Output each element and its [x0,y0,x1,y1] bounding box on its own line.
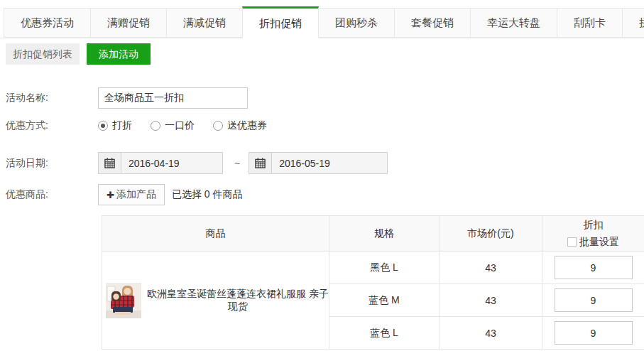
discount-input[interactable] [555,321,633,345]
tab-pintuan-seckill[interactable]: 拼团秒杀 [622,8,644,38]
header-discount: 折扣 批量设置 [542,216,644,252]
header-product: 商品 [102,216,329,252]
discount-promo-list-button[interactable]: 折扣促销列表 [6,43,80,65]
spec-cell: 蓝色 L [329,317,440,350]
radio-unselected-icon[interactable] [213,121,223,131]
tab-discount-promo[interactable]: 折扣促销 [242,6,319,38]
batch-set-label: 批量设置 [579,236,619,247]
discount-cell [542,284,644,317]
activity-name-row: 活动名称: [0,87,644,109]
discount-type-options: 打折 一口价 送优惠券 [98,119,285,132]
tab-group-seckill[interactable]: 团购秒杀 [318,8,395,38]
plus-icon: ✚ [107,190,114,200]
batch-set-checkbox[interactable] [567,237,577,247]
radio-option-label: 一口价 [165,119,195,132]
discount-type-label: 优惠方式: [0,119,98,132]
add-activity-form: 活动名称: 优惠方式: 打折 一口价 送优惠券 活动日期 [0,87,644,205]
activity-date-row: 活动日期: 2016-04-19 [0,152,644,174]
product-image [106,283,141,318]
promo-products-label: 优惠商品: [0,188,98,201]
radio-option-label: 打折 [112,119,132,132]
radio-option-songyouhuiquan[interactable]: 送优惠券 [213,119,267,132]
price-cell: 43 [440,284,542,317]
price-cell: 43 [440,317,542,350]
activity-date-label: 活动日期: [0,157,98,170]
table-row: 欧洲皇室圣诞蕾丝蓬蓬连衣裙礼服服 亲子现货 黑色 L 43 [102,252,644,284]
promotion-tabbar: 优惠券活动 满赠促销 满减促销 折扣促销 团购秒杀 套餐促销 幸运大转盘 刮刮卡… [0,0,644,38]
table-header-row: 商品 规格 市场价(元) 折扣 批量设置 [102,216,644,252]
add-product-button[interactable]: ✚ 添加产品 [98,184,165,205]
end-date-picker[interactable]: 2016-05-19 [249,152,388,174]
radio-selected-icon[interactable] [98,121,108,131]
batch-set-wrap: 批量设置 [542,234,644,251]
activity-name-input[interactable] [98,87,248,109]
selected-count-text: 已选择 0 件商品 [172,188,243,201]
radio-option-yikoujia[interactable]: 一口价 [151,119,195,132]
tab-scratch-card[interactable]: 刮刮卡 [557,8,623,38]
spec-cell: 蓝色 M [329,284,440,317]
discount-cell [542,252,644,284]
product-cell: 欧洲皇室圣诞蕾丝蓬蓬连衣裙礼服服 亲子现货 [102,252,329,350]
calendar-icon[interactable] [99,153,121,173]
start-date-value: 2016-04-19 [121,158,180,169]
discount-type-row: 优惠方式: 打折 一口价 送优惠券 [0,119,644,132]
spec-cell: 黑色 L [329,252,440,284]
subnav: 折扣促销列表 添加活动 [6,43,644,65]
tab-coupon-activity[interactable]: 优惠券活动 [4,8,91,38]
activity-name-label: 活动名称: [0,92,98,104]
discount-input[interactable] [555,256,633,279]
radio-option-label: 送优惠券 [227,119,267,132]
tab-package-promo[interactable]: 套餐促销 [394,8,471,38]
end-date-value: 2016-05-19 [272,158,330,169]
start-date-picker[interactable]: 2016-04-19 [98,152,223,174]
price-cell: 43 [440,252,542,284]
date-range-separator: ~ [234,158,240,169]
radio-unselected-icon[interactable] [151,121,160,131]
promo-products-row: 优惠商品: ✚ 添加产品 已选择 0 件商品 [0,184,644,205]
discount-input[interactable] [555,288,633,312]
tab-full-reduction-promo[interactable]: 满减促销 [166,8,243,38]
header-spec: 规格 [329,216,440,252]
tab-full-gift-promo[interactable]: 满赠促销 [90,8,167,38]
tab-lucky-wheel[interactable]: 幸运大转盘 [470,8,557,38]
header-discount-label: 折扣 [542,217,644,234]
promotion-admin-page: 优惠券活动 满赠促销 满减促销 折扣促销 团购秒杀 套餐促销 幸运大转盘 刮刮卡… [0,0,644,351]
add-product-button-label: 添加产品 [116,188,156,201]
radio-option-dazhe[interactable]: 打折 [98,119,132,132]
calendar-icon[interactable] [249,153,272,173]
add-activity-button[interactable]: 添加活动 [87,43,151,65]
promo-products-table: 商品 规格 市场价(元) 折扣 批量设置 [102,215,644,350]
product-name: 欧洲皇室圣诞蕾丝蓬蓬连衣裙礼服服 亲子现货 [147,288,329,313]
header-price: 市场价(元) [440,216,542,252]
discount-cell [542,317,644,350]
